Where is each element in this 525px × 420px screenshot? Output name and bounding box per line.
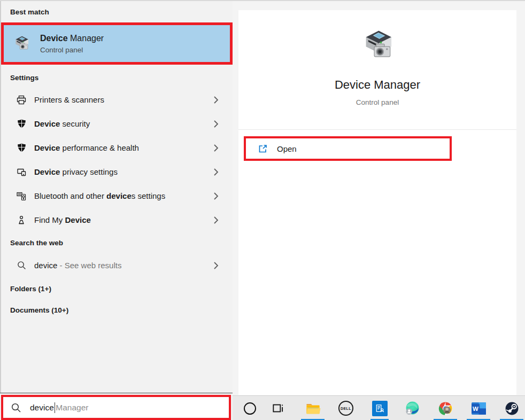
devices-privacy-icon <box>16 167 27 177</box>
printer-icon <box>16 95 27 105</box>
search-flyout: Best match Device Manager Control panel … <box>0 0 525 420</box>
preview-title: Device Manager <box>238 78 516 92</box>
search-query-text: deviceManager <box>30 402 89 413</box>
item-label: Printers & scanners <box>34 95 104 104</box>
keyboard-mouse-icon <box>16 191 27 201</box>
shield-icon <box>16 119 27 129</box>
shield-icon <box>16 143 27 153</box>
settings-item-device-performance[interactable]: Device performance & health <box>1 136 234 160</box>
best-match-result[interactable]: Device Manager Control panel <box>1 22 233 65</box>
item-label: device - See web results <box>34 261 121 270</box>
chevron-right-icon[interactable] <box>214 216 219 224</box>
find-device-icon <box>16 215 27 225</box>
file-explorer-button[interactable] <box>305 400 321 416</box>
item-label: Device performance & health <box>34 143 139 152</box>
folders-group-header[interactable]: Folders (1+) <box>10 285 51 293</box>
open-action[interactable]: Open <box>244 136 452 161</box>
item-label: Find My Device <box>34 215 91 224</box>
settings-item-bluetooth-devices[interactable]: Bluetooth and other devices settings <box>1 184 234 208</box>
edge-button[interactable] <box>404 400 420 416</box>
settings-item-device-security[interactable]: Device security <box>1 112 234 136</box>
chrome-button[interactable] <box>437 400 453 416</box>
results-panel: Best match Device Manager Control panel … <box>0 1 233 393</box>
best-match-title: Device Manager <box>40 34 104 43</box>
task-view-button[interactable] <box>270 400 286 416</box>
settings-item-printers-scanners[interactable]: Printers & scanners <box>1 88 234 112</box>
chevron-right-icon[interactable] <box>214 144 219 152</box>
edge-icon <box>405 401 420 416</box>
search-icon <box>11 402 21 413</box>
steam-icon <box>504 401 520 416</box>
chevron-right-icon[interactable] <box>214 168 219 176</box>
device-manager-icon <box>357 26 398 66</box>
open-action-label: Open <box>277 144 297 153</box>
best-match-subtitle: Control panel <box>40 46 104 54</box>
settings-header: Settings <box>10 74 38 82</box>
chevron-right-icon[interactable] <box>214 192 219 200</box>
inline-suggestion: Manager <box>56 403 88 413</box>
cortana-button[interactable] <box>242 400 258 416</box>
best-match-header: Best match <box>10 8 49 16</box>
item-label: Device privacy settings <box>34 167 118 176</box>
support-app-button[interactable] <box>372 400 388 416</box>
text-caret <box>55 402 56 413</box>
settings-item-find-my-device[interactable]: Find My Device <box>1 208 234 232</box>
support-app-icon <box>372 401 388 416</box>
search-bar-area: deviceManager <box>0 393 233 420</box>
item-label: Device security <box>34 119 90 128</box>
device-manager-icon <box>11 34 32 54</box>
dell-button[interactable]: DELL <box>338 400 354 416</box>
word-button[interactable]: W <box>470 400 487 416</box>
search-icon <box>16 260 27 271</box>
cortana-icon <box>244 402 256 415</box>
documents-group-header[interactable]: Documents (10+) <box>10 306 68 314</box>
divider <box>238 129 516 130</box>
dell-icon: DELL <box>338 401 353 416</box>
chevron-right-icon[interactable] <box>214 120 219 128</box>
preview-hero: Device Manager Control panel <box>238 26 516 106</box>
chevron-right-icon[interactable] <box>214 96 219 104</box>
settings-item-device-privacy[interactable]: Device privacy settings <box>1 160 234 184</box>
open-external-icon <box>258 144 268 154</box>
web-result-item[interactable]: device - See web results <box>1 253 234 277</box>
steam-button[interactable] <box>504 400 520 416</box>
search-web-header: Search the web <box>10 239 63 247</box>
svg-text:W: W <box>472 406 478 412</box>
task-view-icon <box>271 401 285 415</box>
search-input[interactable]: deviceManager <box>1 395 231 420</box>
word-icon: W <box>471 401 487 416</box>
taskbar: DELL <box>233 395 525 420</box>
chevron-right-icon[interactable] <box>214 262 219 269</box>
preview-subtitle: Control panel <box>238 98 516 106</box>
chrome-icon <box>438 401 453 416</box>
file-explorer-icon <box>305 401 321 416</box>
item-label: Bluetooth and other devices settings <box>34 191 165 200</box>
